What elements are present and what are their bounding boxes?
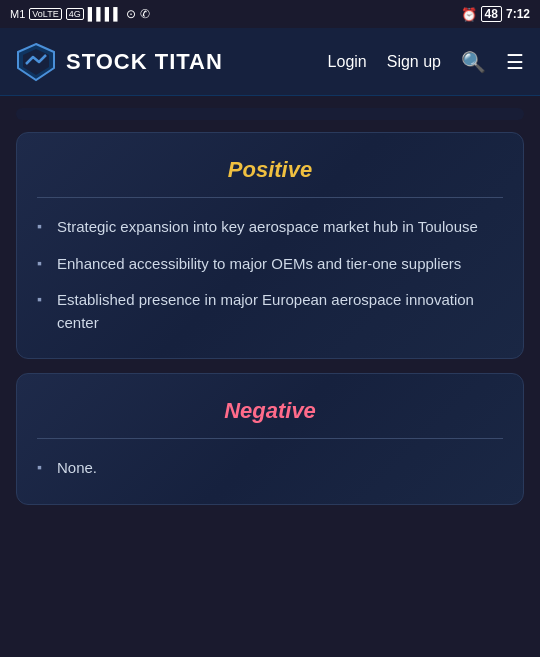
list-item: Strategic expansion into key aerospace m… [37, 216, 503, 239]
carrier-label: M1 [10, 8, 25, 20]
signup-button[interactable]: Sign up [387, 53, 441, 71]
logo-container: STOCK TITAN [16, 42, 328, 82]
positive-card: Positive Strategic expansion into key ae… [16, 132, 524, 359]
list-item: None. [37, 457, 503, 480]
signal-icon: ▌▌▌▌ [88, 7, 122, 21]
positive-bullet-list: Strategic expansion into key aerospace m… [37, 216, 503, 334]
logo-icon [16, 42, 56, 82]
time-label: 7:12 [506, 7, 530, 21]
network-badge: 4G [66, 8, 84, 20]
negative-bullet-list: None. [37, 457, 503, 480]
tab-area [16, 108, 524, 120]
volte-badge: VoLTE [29, 8, 61, 20]
list-item: Established presence in major European a… [37, 289, 503, 334]
msg-icon: ✆ [140, 7, 150, 21]
menu-icon[interactable]: ☰ [506, 50, 524, 74]
navbar: STOCK TITAN Login Sign up 🔍 ☰ [0, 28, 540, 96]
negative-title: Negative [37, 398, 503, 424]
negative-divider [37, 438, 503, 439]
nav-links: Login Sign up 🔍 ☰ [328, 50, 524, 74]
search-icon[interactable]: 🔍 [461, 50, 486, 74]
wifi-icon: ⊙ [126, 7, 136, 21]
login-button[interactable]: Login [328, 53, 367, 71]
battery-icon: 48 [481, 6, 502, 22]
alarm-icon: ⏰ [461, 7, 477, 22]
positive-title: Positive [37, 157, 503, 183]
content-area: Positive Strategic expansion into key ae… [0, 96, 540, 657]
logo-text: STOCK TITAN [66, 49, 223, 75]
status-bar: M1 VoLTE 4G ▌▌▌▌ ⊙ ✆ ⏰ 48 7:12 [0, 0, 540, 28]
list-item: Enhanced accessibility to major OEMs and… [37, 253, 503, 276]
positive-divider [37, 197, 503, 198]
status-right: ⏰ 48 7:12 [461, 6, 530, 22]
status-left: M1 VoLTE 4G ▌▌▌▌ ⊙ ✆ [10, 7, 150, 21]
negative-card: Negative None. [16, 373, 524, 505]
